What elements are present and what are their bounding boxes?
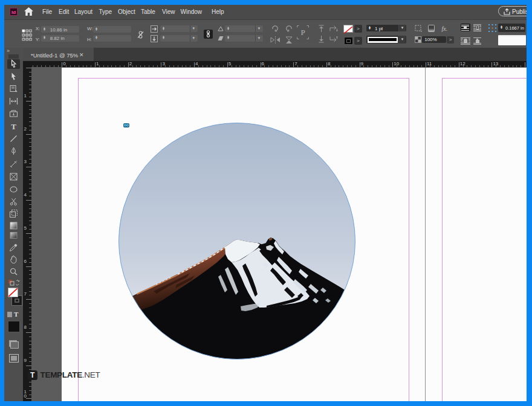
svg-text:T: T [11, 122, 16, 131]
svg-text:Id: Id [11, 10, 16, 15]
svg-text:P: P [301, 28, 305, 37]
